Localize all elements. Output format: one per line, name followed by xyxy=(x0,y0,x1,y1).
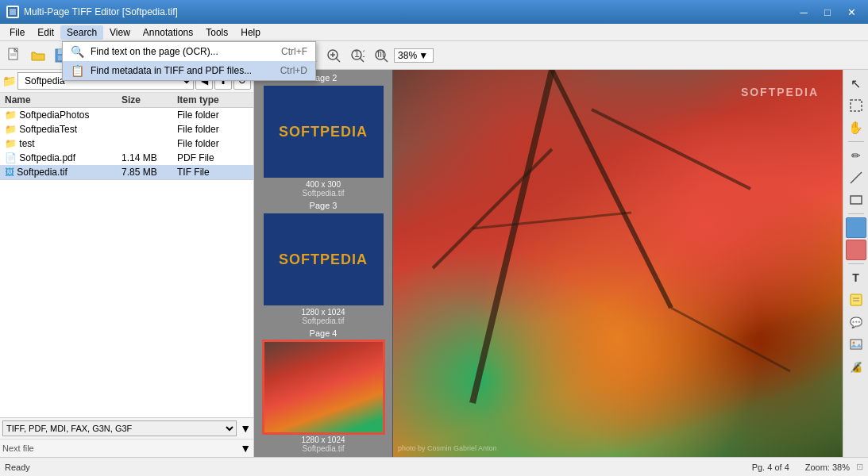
svg-rect-1 xyxy=(10,9,16,15)
find-metadata-menu-item[interactable]: 📋 Find metadata in TIFF and PDF files...… xyxy=(63,61,315,80)
folder-icon: 📁 xyxy=(5,138,17,149)
stamp-tool-button[interactable]: 🔏 xyxy=(846,356,866,377)
find-metadata-label: Find metadata in TIFF and PDF files... xyxy=(91,65,252,76)
new-button[interactable] xyxy=(3,44,25,67)
thumb-image-page2[interactable]: SOFTPEDIA xyxy=(262,84,385,179)
maximize-button[interactable]: □ xyxy=(817,3,838,21)
image-tool-button[interactable] xyxy=(846,334,866,355)
comment-tool-button[interactable]: 💬 xyxy=(846,312,866,332)
file-row[interactable]: 📁 SoftpediaPhotos File folder xyxy=(0,108,253,122)
file-row[interactable]: 📁 test File folder xyxy=(0,136,253,151)
find-text-menu-item[interactable]: 🔍 Find text on the page (OCR)... Ctrl+F xyxy=(63,42,315,61)
col-size: Size xyxy=(122,94,177,106)
fit-page-button[interactable]: fit xyxy=(370,44,392,67)
next-file-dropdown-icon[interactable]: ▼ xyxy=(240,442,251,455)
text-tool-button[interactable]: T xyxy=(846,267,866,288)
select-rect-tool-button[interactable] xyxy=(846,95,866,116)
svg-rect-39 xyxy=(851,294,862,305)
svg-line-19 xyxy=(336,58,340,62)
zoom-in-button[interactable] xyxy=(322,44,345,67)
thumbnail-page3[interactable]: Page 3 SOFTPEDIA 1280 x 1024 Softpedia.t… xyxy=(254,201,392,325)
menu-edit[interactable]: Edit xyxy=(31,25,60,40)
svg-rect-38 xyxy=(851,246,862,254)
thumb-image-page3[interactable]: SOFTPEDIA xyxy=(262,212,385,307)
zoom-display[interactable]: 38% ▼ xyxy=(394,48,434,63)
app-icon xyxy=(6,6,19,18)
fill-rect-tool-button[interactable] xyxy=(846,217,866,238)
svg-rect-34 xyxy=(851,100,862,111)
svg-point-43 xyxy=(852,342,854,344)
thumb-image-page4[interactable] xyxy=(262,340,385,435)
window-title: Multi-Page TIFF Editor [Softpedia.tif] xyxy=(24,6,178,17)
title-bar: Multi-Page TIFF Editor [Softpedia.tif] ─… xyxy=(0,0,868,24)
col-name: Name xyxy=(5,94,122,106)
svg-text:1:1: 1:1 xyxy=(354,48,365,60)
minimize-button[interactable]: ─ xyxy=(793,3,814,21)
file-row-selected[interactable]: 🖼 Softpedia.tif 7.85 MB TIF File xyxy=(0,165,253,179)
thumbnail-strip: Page 2 SOFTPEDIA 400 x 300 Softpedia.tif… xyxy=(254,70,393,457)
status-zoom: Zoom: 38% xyxy=(805,463,850,472)
resize-handle-icon: ⊡ xyxy=(856,462,863,472)
file-row[interactable]: 📁 SoftpediaTest File folder xyxy=(0,122,253,136)
col-type: Item type xyxy=(177,94,249,106)
thumb-blue-bg-page2: SOFTPEDIA xyxy=(264,86,384,178)
menu-file[interactable]: File xyxy=(3,25,31,40)
hand-tool-button[interactable]: ✋ xyxy=(846,117,866,138)
window-controls[interactable]: ─ □ ✕ xyxy=(793,3,862,21)
file-browser: 📁 Softpedia ◀ ⬆ ↺ Name Size Item type 📁 … xyxy=(0,70,253,180)
zoom-reset-button[interactable]: 1:1 xyxy=(346,44,368,67)
main-image-view[interactable]: SOFTPEDIA photo by Cosmin Gabriel Anton xyxy=(393,70,843,457)
find-text-shortcut: Ctrl+F xyxy=(281,46,307,57)
right-toolbar: ↖ ✋ ✏ T 💬 🔏 xyxy=(843,70,868,457)
find-text-icon: 🔍 xyxy=(71,45,84,58)
thumb-label-page3: Page 3 xyxy=(310,201,338,210)
line-tool-button[interactable] xyxy=(846,167,866,188)
thumb-filename-page2: Softpedia.tif xyxy=(303,189,345,198)
file-row[interactable]: 📄 Softpedia.pdf 1.14 MB PDF File xyxy=(0,151,253,165)
watermark-text: SOFTPEDIA xyxy=(741,86,819,98)
menu-tools[interactable]: Tools xyxy=(199,25,234,40)
rt-separator3 xyxy=(848,263,864,264)
folder-icon: 📁 xyxy=(5,109,17,121)
menu-help[interactable]: Help xyxy=(234,25,267,40)
thumb-label-page4: Page 4 xyxy=(310,328,338,338)
pencil-tool-button[interactable]: ✏ xyxy=(846,145,866,166)
search-dropdown: 🔍 Find text on the page (OCR)... Ctrl+F … xyxy=(62,41,316,81)
format-selector[interactable]: TIFF, PDF, MDI, FAX, G3N, G3F xyxy=(2,420,237,436)
thumb-size-page3: 1280 x 1024 xyxy=(301,308,345,317)
thumbnail-page4[interactable]: Page 4 1280 x 1024 Softpedia.tif xyxy=(254,328,392,453)
thumb-filename-page3: Softpedia.tif xyxy=(303,317,345,325)
file-list: 📁 SoftpediaPhotos File folder 📁 Softpedi… xyxy=(0,108,253,179)
close-button[interactable]: ✕ xyxy=(841,3,862,21)
leaf-overlay xyxy=(393,70,843,457)
find-metadata-icon: 📋 xyxy=(71,64,84,77)
thumb-filename-page4: Softpedia.tif xyxy=(303,444,345,453)
thumb-blue-bg-page3: SOFTPEDIA xyxy=(264,213,384,305)
rect-tool-button[interactable] xyxy=(846,190,866,210)
thumb-size-page2: 400 x 300 xyxy=(306,180,341,189)
left-panel: 📁 Softpedia ◀ ⬆ ↺ Name Size Item type 📁 … xyxy=(0,70,254,457)
bottom-file-area: TIFF, PDF, MDI, FAX, G3N, G3F ▼ Next fil… xyxy=(0,417,253,457)
menu-bar: File Edit Search View Annotations Tools … xyxy=(0,24,868,41)
status-bar: Ready Pg. 4 of 4 Zoom: 38% ⊡ xyxy=(0,457,868,476)
svg-line-35 xyxy=(851,172,862,183)
menu-annotations[interactable]: Annotations xyxy=(137,25,199,40)
menu-view[interactable]: View xyxy=(103,25,137,40)
folder-icon: 📁 xyxy=(5,124,17,135)
open-button[interactable] xyxy=(27,44,49,67)
svg-rect-36 xyxy=(851,196,862,204)
red-marker-button[interactable] xyxy=(846,240,866,260)
format-dropdown-icon[interactable]: ▼ xyxy=(240,422,251,435)
menu-search[interactable]: Search xyxy=(60,25,103,40)
status-page: Pg. 4 of 4 xyxy=(752,463,789,472)
note-tool-button[interactable] xyxy=(846,290,866,310)
rt-separator1 xyxy=(848,141,864,142)
folder-icon: 📁 xyxy=(2,75,16,87)
tif-icon: 🖼 xyxy=(5,167,14,178)
thumbnail-page2[interactable]: Page 2 SOFTPEDIA 400 x 300 Softpedia.tif xyxy=(254,73,392,198)
status-ready: Ready xyxy=(5,463,30,472)
find-text-label: Find text on the page (OCR)... xyxy=(91,46,218,57)
cursor-tool-button[interactable]: ↖ xyxy=(846,73,866,94)
rt-separator2 xyxy=(848,213,864,214)
svg-rect-37 xyxy=(851,224,862,232)
